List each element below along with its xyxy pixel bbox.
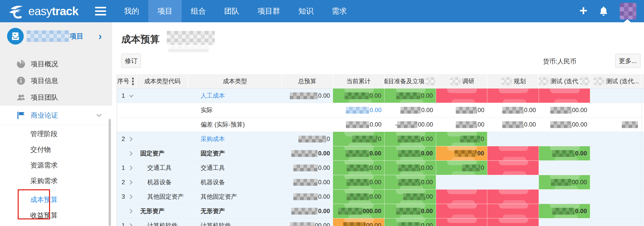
budget-cell [282, 117, 333, 132]
info-icon [17, 76, 25, 85]
expand-cell [130, 89, 137, 103]
budget-cell: 0 [333, 132, 385, 146]
sidebar-subitem-procurement-demand[interactable]: 采购需求 [0, 173, 112, 189]
cost-type-code-cell [137, 103, 188, 117]
redaction-blur [539, 77, 549, 85]
table-row: 固定资产固定资产0.000.000.00000.00 [117, 146, 644, 161]
chevron-right-icon[interactable] [130, 151, 133, 156]
budget-cell: 0.00 [385, 161, 436, 175]
redacted-value-blur [346, 107, 369, 114]
header-phase-test-1[interactable]: 测试 (迭代 [539, 74, 590, 88]
budget-cell [487, 175, 539, 190]
project-archive-icon [7, 28, 24, 45]
budget-cell: 00.00 [333, 218, 385, 226]
chevron-right-icon[interactable] [130, 209, 133, 213]
sidebar-scrollbar[interactable] [109, 119, 111, 226]
revise-button[interactable]: 修订 [121, 54, 141, 68]
budget-cell [539, 89, 590, 103]
sidebar-subitem-stages[interactable]: 管理阶段 [0, 126, 112, 142]
budget-cell: 0.00 [487, 117, 539, 132]
redacted-value-blur [552, 150, 575, 157]
header-phase-planning[interactable]: 规划 [487, 74, 539, 88]
budget-cell [590, 204, 641, 218]
budget-cell [641, 161, 644, 175]
redacted-value-blur [460, 136, 480, 142]
column-menu-icon[interactable] [132, 78, 134, 85]
chevron-right-icon[interactable] [130, 223, 133, 226]
redacted-value-blur [552, 208, 575, 215]
header-phase-research[interactable]: 调研 [436, 74, 487, 88]
avatar[interactable] [620, 3, 636, 19]
expand-cell [130, 146, 137, 161]
nav-tab-project[interactable]: 项目 [148, 0, 182, 22]
chevron-right-icon[interactable] [130, 166, 133, 170]
redacted-value-blur [622, 121, 638, 128]
header-column-menu [130, 74, 137, 88]
chevron-right-icon[interactable] [130, 180, 133, 184]
more-button[interactable]: 更多... [615, 54, 640, 68]
project-header[interactable]: 项目 › [0, 22, 112, 50]
budget-cell [641, 103, 644, 117]
table-row: 1人工成本0.000.000.00 [117, 89, 644, 103]
budget-cell: 0.00 [385, 204, 436, 218]
nav-tab-knowledge[interactable]: 知识 [289, 0, 323, 22]
nav-tab-requirements[interactable]: 需求 [323, 0, 356, 22]
budget-cell: 0.00 [385, 89, 436, 103]
sidebar-subitem-benefit-budget[interactable]: 收益预算 [0, 208, 112, 223]
nav-tab-team[interactable]: 团队 [215, 0, 248, 22]
row-seq: 2 [117, 175, 130, 190]
easytrack-logo[interactable]: easytrack [9, 3, 78, 19]
redacted-value-blur [456, 121, 477, 128]
easytrack-logo-text: easytrack [28, 4, 78, 18]
chevron-right-icon[interactable] [130, 137, 133, 141]
budget-cell [282, 103, 333, 117]
cost-type-cell: 采购成本 [188, 132, 282, 146]
hamburger-menu-icon[interactable] [95, 6, 107, 16]
header-current-total[interactable]: 当前累计 [333, 74, 385, 88]
redacted-value-blur [398, 222, 420, 226]
expand-cell [130, 190, 137, 204]
header-total-budget[interactable]: 总预算 [282, 74, 333, 88]
create-plus-icon[interactable]: + [579, 4, 587, 17]
chevron-right-icon[interactable] [130, 194, 133, 199]
sidebar-subitem-resource-demand[interactable]: 资源需求 [0, 157, 112, 173]
nav-tab-program[interactable]: 项目群 [248, 0, 289, 22]
cost-type-code-cell: 无形资产 [137, 204, 188, 218]
budget-cell [436, 204, 487, 218]
redaction-blur [593, 77, 605, 85]
redacted-value-blur [347, 179, 369, 186]
header-cost-type[interactable]: 成本类型 [188, 74, 282, 88]
sidebar-item-overview[interactable]: 项目概况 [0, 56, 112, 72]
redaction-blur [579, 77, 590, 85]
sidebar-item-team[interactable]: 项目团队 [0, 89, 112, 106]
redacted-value-blur [290, 222, 314, 226]
budget-cell: 0.00 [333, 103, 385, 117]
budget-cell [539, 190, 590, 204]
sidebar-subitem-deliverables[interactable]: 交付物 [0, 142, 112, 157]
nav-tab-portfolio[interactable]: 组合 [182, 0, 215, 22]
cost-type-cell: 固定资产 [188, 146, 282, 161]
header-cost-type-code[interactable]: 成本类型代码 [137, 74, 188, 88]
sidebar-item-info[interactable]: 项目信息 [0, 72, 112, 89]
sidebar-subitem-cost-budget[interactable]: 成本预算 [0, 192, 112, 208]
expand-cell [130, 132, 137, 146]
cost-type-cell: 交通工具 [188, 161, 282, 175]
chevron-down-icon[interactable] [130, 93, 134, 97]
budget-cell [590, 146, 641, 161]
redacted-value-blur [293, 193, 318, 200]
avatar-dropdown-caret [624, 19, 631, 22]
header-phase-prep[interactable]: 项目准备及立项 [385, 74, 436, 88]
table-row: 2机器设备机器设备0.000.000.0000.00 [117, 175, 644, 190]
header-seq: 序号 [117, 74, 130, 88]
cost-type-link[interactable]: 人工成本 [201, 92, 225, 100]
notification-bell-icon[interactable] [599, 6, 608, 16]
budget-cell: 0.00 [282, 175, 333, 190]
project-expand-chevron-icon[interactable]: › [99, 31, 102, 41]
cost-type-code-cell: 其他固定资产 [137, 190, 188, 204]
budget-cell [487, 146, 539, 161]
nav-tab-my[interactable]: 我的 [115, 0, 148, 22]
header-phase-test-2[interactable]: 测试 (迭代... [590, 74, 641, 88]
cost-type-code-cell: 机器设备 [137, 175, 188, 190]
cost-type-link[interactable]: 采购成本 [201, 135, 225, 143]
sidebar-item-business-case[interactable]: 商业论证 [0, 106, 112, 125]
